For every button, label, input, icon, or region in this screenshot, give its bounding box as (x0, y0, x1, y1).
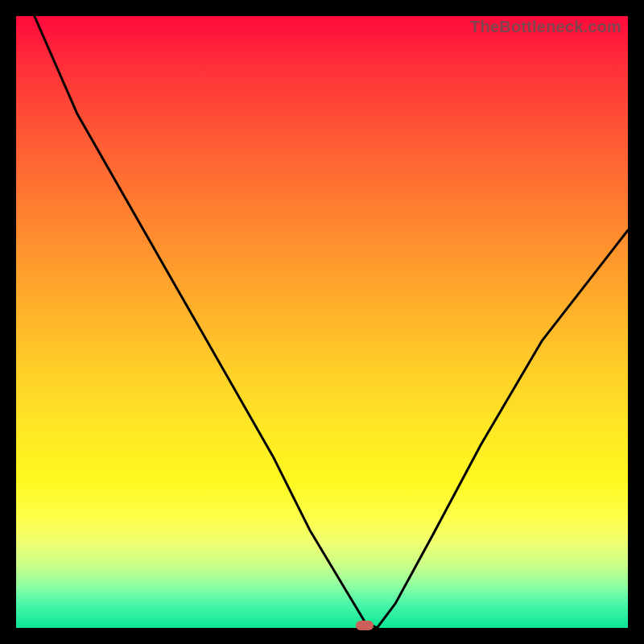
bottleneck-curve-path (35, 16, 628, 628)
plot-area: TheBottleneck.com (16, 16, 628, 628)
chart-frame: TheBottleneck.com (0, 0, 644, 644)
min-marker (356, 621, 374, 630)
curve-svg (16, 16, 628, 628)
